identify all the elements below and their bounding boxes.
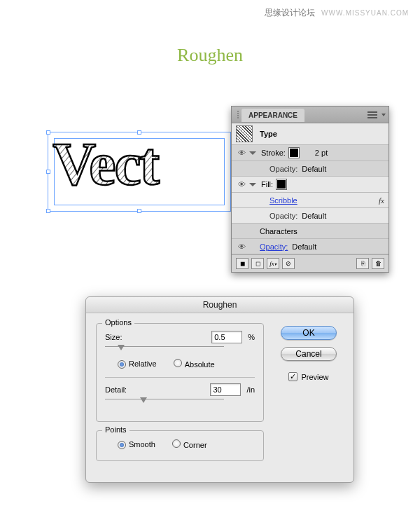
trash-button[interactable]: 🗑 [372,258,384,269]
size-label: Size: [105,333,147,341]
fill-opacity-row[interactable]: Opacity: Default [232,208,388,224]
eye-icon[interactable]: 👁 [236,149,247,157]
panel-tab-bar: APPEARANCE [232,107,388,123]
disclosure-down-icon[interactable] [249,151,256,155]
opacity-value: Default [292,242,316,251]
opacity-value: Default [302,212,326,220]
eye-icon[interactable]: 👁 [236,180,247,189]
options-legend: Options [102,318,134,327]
page-title: Roughen [177,45,243,66]
scribble-link[interactable]: Scribble [270,196,298,205]
opacity-link[interactable]: Opacity: [260,242,288,251]
radio-icon [174,359,182,367]
ok-button[interactable]: OK [281,326,337,340]
clear-button[interactable]: ⊘ [282,258,295,269]
vect-svg: Vect [52,130,231,200]
stroke-label: Stroke: [261,149,286,157]
fill-label: Fill: [261,180,273,189]
stroke-opacity-row[interactable]: Opacity: Default [232,161,388,177]
absolute-radio[interactable]: Absolute [174,359,215,369]
relative-radio[interactable]: Relative [118,360,157,369]
fx-icon[interactable]: fx [379,196,384,205]
opacity-label: Opacity: [270,212,298,220]
disclosure-down-icon[interactable] [249,183,256,186]
detail-label: Detail: [105,385,147,394]
type-swatch [236,125,253,142]
handle-bl[interactable] [46,209,50,213]
fill-swatch[interactable] [276,179,287,190]
stroke-value[interactable]: 2 pt [315,149,328,157]
fill-row[interactable]: 👁 Fill: [232,177,388,193]
panel-menu-icon[interactable] [368,111,377,118]
watermark-url: WWW.MISSYUAN.COM [321,9,409,17]
fx-button[interactable]: fx▾ [267,258,279,269]
dialog-title: Roughen [86,297,354,313]
new-fill-button[interactable]: ◼ [236,258,248,269]
svg-text:Vect: Vect [52,130,160,198]
detail-unit: /in [246,385,255,394]
stroke-swatch[interactable] [288,147,300,158]
text-object[interactable]: Vect [52,130,231,200]
corner-radio[interactable]: Corner [172,439,207,449]
characters-label: Characters [260,227,298,235]
panel-grip[interactable] [232,111,241,118]
watermark-cn: 思缘设计论坛 [265,8,315,18]
cancel-button[interactable]: Cancel [281,347,337,361]
size-input[interactable] [211,331,242,343]
appearance-panel[interactable]: APPEARANCE Type 👁 Stroke: 2 pt Opacity: … [231,106,389,273]
preview-label: Preview [301,373,328,381]
checkbox-checked-icon [288,372,298,381]
options-fieldset: Options Size: % Relative Absolute [96,323,264,422]
characters-row[interactable]: Characters [232,224,388,239]
radio-checked-icon [118,360,126,369]
slider-thumb-icon[interactable] [140,397,147,403]
points-fieldset: Points Smooth Corner [96,430,264,461]
duplicate-button[interactable]: ⎘ [356,258,369,269]
char-opacity-row[interactable]: 👁 Opacity: Default [232,239,388,254]
scribble-row[interactable]: Scribble fx [232,193,388,208]
appearance-tab[interactable]: APPEARANCE [241,109,304,122]
preview-checkbox[interactable]: Preview [288,372,328,381]
size-unit: % [248,333,255,341]
handle-bc[interactable] [137,209,141,213]
radio-icon [172,439,181,448]
detail-input[interactable] [210,383,241,396]
smooth-radio[interactable]: Smooth [118,440,155,449]
slider-thumb-icon[interactable] [118,345,125,350]
opacity-label: Opacity: [270,165,298,173]
detail-slider[interactable] [105,399,255,404]
eye-icon[interactable]: 👁 [236,242,247,251]
appearance-type-row[interactable]: Type [232,123,388,145]
opacity-value: Default [302,165,326,173]
points-legend: Points [102,425,130,434]
stroke-row[interactable]: 👁 Stroke: 2 pt [232,145,388,161]
radio-checked-icon [118,441,126,449]
canvas-artwork[interactable]: Vect [42,123,231,207]
new-stroke-button[interactable]: ◻ [251,258,264,269]
panel-menu-arrow-icon[interactable] [382,114,386,116]
panel-footer: ◼ ◻ fx▾ ⊘ ⎘ 🗑 [232,254,388,272]
type-label: Type [260,130,277,138]
roughen-dialog: Roughen Options Size: % Relative Absolut… [85,296,354,483]
watermark: 思缘设计论坛 WWW.MISSYUAN.COM [265,7,409,19]
size-slider[interactable] [105,346,255,352]
handle-tl[interactable] [46,130,50,135]
handle-ml[interactable] [46,170,50,174]
